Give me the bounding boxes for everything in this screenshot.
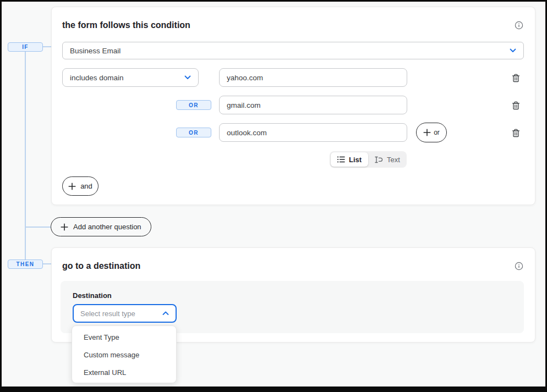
add-question-label: Add another question <box>73 223 141 231</box>
condition-row: OR <box>52 96 535 114</box>
condition-card-title: the form follows this condition <box>62 20 190 30</box>
add-and-button[interactable]: and <box>62 176 99 196</box>
if-badge: IF <box>8 42 43 52</box>
condition-row: OR or <box>52 123 535 142</box>
connector-branch-line <box>25 227 51 228</box>
chevron-up-icon <box>162 311 169 316</box>
result-type-select[interactable]: Select result type <box>73 304 177 323</box>
delete-row-button[interactable] <box>511 128 521 138</box>
result-type-menu: Event Type Custom message External URL <box>72 325 177 383</box>
domain-input[interactable] <box>219 96 407 114</box>
operator-select[interactable]: includes domain <box>62 68 199 87</box>
add-and-label: and <box>80 182 92 190</box>
operator-select-value: includes domain <box>70 74 124 82</box>
delete-row-button[interactable] <box>511 73 521 83</box>
toggle-option-list[interactable]: List <box>331 152 368 167</box>
destination-card-title: go to a destination <box>62 261 140 271</box>
chevron-down-icon <box>510 48 516 53</box>
condition-row: includes domain @ <box>52 68 535 87</box>
add-question-button[interactable]: Add another question <box>51 217 151 236</box>
view-toggle: List Text <box>330 151 407 168</box>
question-select-value: Business Email <box>70 47 121 55</box>
toggle-option-text[interactable]: Text <box>368 152 406 167</box>
connector-vertical-line <box>25 52 26 260</box>
menu-item-custom-message[interactable]: Custom message <box>72 346 176 364</box>
trash-icon <box>512 129 520 137</box>
list-icon <box>337 156 345 163</box>
routing-form-canvas: IF THEN the form follows this condition … <box>2 2 545 387</box>
info-icon[interactable] <box>515 21 523 30</box>
chevron-down-icon <box>184 75 191 80</box>
condition-card: the form follows this condition Business… <box>51 7 535 205</box>
domain-input[interactable] <box>219 123 407 142</box>
or-badge: OR <box>176 128 211 137</box>
info-icon[interactable] <box>515 262 523 270</box>
add-or-button[interactable]: or <box>416 123 447 142</box>
plus-icon <box>423 129 431 136</box>
add-or-label: or <box>434 129 440 136</box>
destination-field-label: Destination <box>73 291 112 300</box>
trash-icon <box>512 74 520 82</box>
or-badge: OR <box>176 100 211 110</box>
text-cursor-input-icon <box>374 156 383 163</box>
result-type-placeholder: Select result type <box>80 310 135 318</box>
trash-icon <box>512 101 520 110</box>
plus-icon <box>68 183 76 190</box>
question-select[interactable]: Business Email <box>62 42 524 59</box>
menu-item-external-url[interactable]: External URL <box>72 364 176 382</box>
domain-input[interactable] <box>219 68 407 87</box>
then-badge: THEN <box>8 260 43 269</box>
toggle-list-label: List <box>349 156 362 164</box>
plus-icon <box>61 223 68 231</box>
toggle-text-label: Text <box>387 156 400 164</box>
menu-item-event-type[interactable]: Event Type <box>72 329 176 346</box>
delete-row-button[interactable] <box>511 101 521 111</box>
